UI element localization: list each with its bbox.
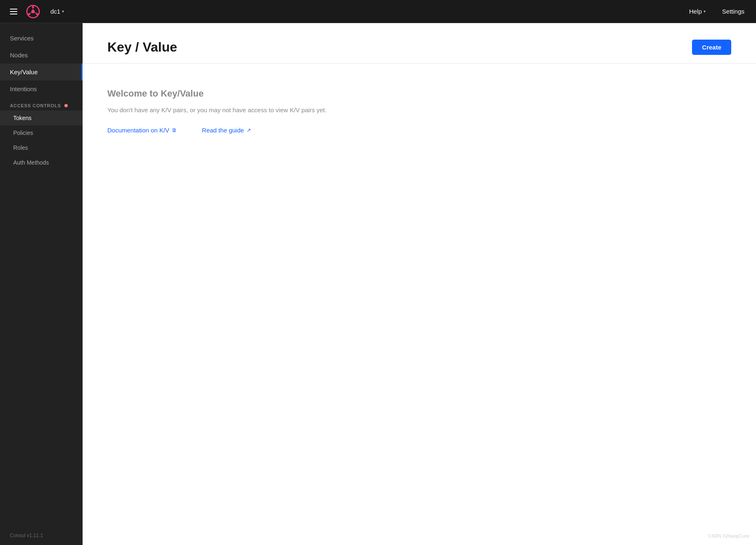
sidebar: Services Nodes Key/Value Intentions ACCE… [0,23,83,545]
documentation-link-label: Documentation on K/V [107,127,169,134]
sidebar-item-label: Tokens [13,115,31,121]
read-guide-link[interactable]: Read the guide ↗ [202,127,251,134]
welcome-links: Documentation on K/V 🗎 Read the guide ↗ [107,127,396,134]
datacenter-selector[interactable]: dc1 ▾ [47,6,67,17]
svg-point-5 [28,13,30,15]
page-title: Key / Value [107,40,177,55]
read-guide-link-label: Read the guide [202,127,244,134]
help-label: Help [689,8,702,15]
settings-label: Settings [722,8,744,15]
svg-point-3 [32,6,34,8]
external-link-icon: 🗎 [172,127,177,133]
guide-external-link-icon: ↗ [246,127,251,133]
documentation-link[interactable]: Documentation on K/V 🗎 [107,127,177,134]
sidebar-version: Consul v1.11.1 [0,526,83,545]
sidebar-item-label: Nodes [10,52,28,59]
sidebar-item-nodes[interactable]: Nodes [0,47,83,64]
navbar-right: Help ▾ Settings [686,6,748,17]
navbar: dc1 ▾ Help ▾ Settings [0,0,756,23]
access-controls-label: ACCESS CONTROLS [10,103,61,108]
content-header: Key / Value Create [83,23,756,64]
sidebar-item-label: Intentions [10,85,37,92]
sidebar-item-label: Key/Value [10,68,38,75]
help-menu[interactable]: Help ▾ [686,6,709,17]
svg-point-2 [31,10,35,13]
sidebar-item-policies[interactable]: Policies [0,125,83,140]
sidebar-item-roles[interactable]: Roles [0,140,83,155]
sidebar-item-auth-methods[interactable]: Auth Methods [0,155,83,170]
consul-brand-icon [26,4,40,19]
sidebar-item-intentions[interactable]: Intentions [0,80,83,97]
access-controls-section: ACCESS CONTROLS [0,97,83,111]
sidebar-item-tokens[interactable]: Tokens [0,111,83,125]
navbar-left: dc1 ▾ [8,4,686,19]
datacenter-chevron-icon: ▾ [62,9,64,14]
hamburger-menu-icon[interactable] [8,7,19,16]
help-chevron-icon: ▾ [704,9,706,14]
sidebar-item-key-value[interactable]: Key/Value [0,64,83,80]
welcome-title: Welcome to Key/Value [107,88,396,99]
main-layout: Services Nodes Key/Value Intentions ACCE… [0,23,756,545]
welcome-section: Welcome to Key/Value You don't have any … [107,88,396,134]
access-controls-alert-dot [64,104,68,107]
welcome-description: You don't have any K/V pairs, or you may… [107,106,396,115]
consul-logo [26,4,40,19]
main-content: Key / Value Create Welcome to Key/Value … [83,23,756,545]
sidebar-item-label: Services [10,35,34,42]
sidebar-item-label: Policies [13,130,33,136]
sidebar-item-services[interactable]: Services [0,30,83,47]
content-body: Welcome to Key/Value You don't have any … [83,64,756,545]
sidebar-nav: Services Nodes Key/Value Intentions ACCE… [0,30,83,526]
sidebar-item-label: Auth Methods [13,159,49,166]
svg-point-4 [36,13,38,15]
settings-link[interactable]: Settings [719,6,748,17]
create-button[interactable]: Create [692,40,731,55]
watermark: CSDN ©ZhangCurie [708,533,749,538]
datacenter-label: dc1 [50,8,60,15]
sidebar-item-label: Roles [13,144,28,151]
